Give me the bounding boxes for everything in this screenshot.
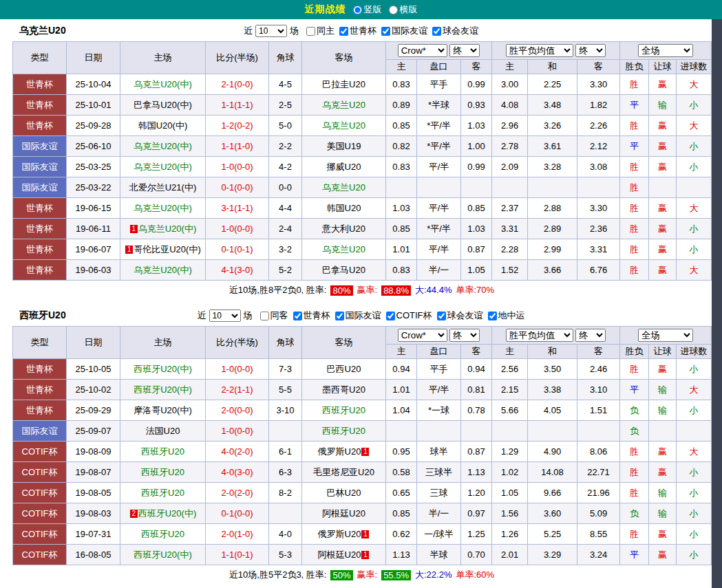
home-team-link[interactable]: 乌克兰U20(中) [134, 203, 192, 213]
match-row: COTIF杯19-08-032西班牙U20(中)0-1(0-0)阿根廷U200.… [13, 503, 712, 524]
home-team-link[interactable]: 哥伦比亚U20(中) [134, 244, 201, 254]
home-team: 1乌克兰U20(中) [120, 219, 206, 239]
avg-home: 1.02 [492, 462, 528, 483]
home-team-link[interactable]: 西班牙U20 [141, 529, 184, 539]
filter-checkbox[interactable] [339, 27, 348, 36]
filter-世青杯[interactable]: 世青杯 [335, 25, 376, 37]
filter-国际友谊[interactable]: 国际友谊 [330, 309, 381, 322]
landscape-radio-label[interactable]: 横版 [389, 3, 418, 16]
away-team-link[interactable]: 西班牙U20 [322, 426, 365, 436]
filter-同主[interactable]: 同主 [301, 25, 335, 37]
odds-handicap: *平/半 [417, 136, 461, 157]
odds-time-select[interactable]: 终 [449, 329, 480, 342]
scope-group-header: 全场 [620, 42, 712, 60]
away-team-link[interactable]: 毛里塔尼亚U20 [313, 467, 374, 477]
away-team-link[interactable]: 巴西U20 [327, 364, 361, 374]
match-row: 国际友谊25-03-25乌克兰U20(中)1-0(0-0)4-2挪威U200.8… [13, 157, 712, 177]
home-team-link[interactable]: 西班牙U20 [141, 446, 184, 457]
odds-company-select[interactable]: Crow* [398, 329, 447, 342]
away-team-link[interactable]: 阿根廷U20 [318, 549, 361, 560]
col-avg-home: 主 [492, 345, 528, 359]
filter-checkbox[interactable] [381, 27, 390, 36]
avg-home [492, 421, 528, 442]
filter-checkbox[interactable] [293, 312, 302, 320]
scrollbar[interactable] [712, 19, 722, 588]
home-team-link[interactable]: 西班牙U20(中) [138, 508, 197, 519]
home-team-link[interactable]: 西班牙U20 [141, 488, 184, 498]
filter-世青杯[interactable]: 世青杯 [288, 309, 330, 322]
away-team-link[interactable]: 乌克兰U20 [322, 244, 365, 254]
odds-away: 0.94 [461, 359, 492, 380]
filter-国际友谊[interactable]: 国际友谊 [376, 25, 427, 37]
wdl-time-select[interactable]: 终 [575, 329, 606, 342]
filter-checkbox[interactable] [437, 312, 446, 320]
home-team-link[interactable]: 乌克兰U20(中) [134, 141, 192, 151]
away-team-link[interactable]: 巴拿马U20 [322, 265, 365, 275]
away-team-link[interactable]: 西班牙U20 [322, 405, 365, 415]
home-team-link[interactable]: 乌克兰U20(中) [134, 79, 192, 89]
home-team-link[interactable]: 韩国U20(中) [138, 120, 188, 131]
odds-time-select[interactable]: 终 [449, 44, 480, 57]
col-away: 客场 [302, 42, 386, 74]
result: 胜 [620, 239, 649, 260]
avg-draw [528, 421, 577, 442]
home-team-link[interactable]: 西班牙U20(中) [134, 384, 192, 395]
match-row: 世青杯25-10-02西班牙U20(中)2-2(1-1)5-5墨西哥U201.0… [13, 380, 712, 400]
home-team-link[interactable]: 西班牙U20(中) [134, 549, 192, 560]
away-team-link[interactable]: 乌克兰U20 [322, 100, 365, 110]
landscape-radio[interactable] [389, 6, 398, 14]
scope-select[interactable]: 全场 [638, 329, 693, 342]
handicap-result: 赢 [649, 442, 677, 462]
filter-同客[interactable]: 同客 [255, 309, 288, 322]
away-team-link[interactable]: 巴林U20 [327, 488, 361, 498]
filter-checkbox[interactable] [335, 312, 344, 320]
portrait-radio[interactable] [353, 6, 362, 14]
filter-球会友谊[interactable]: 球会友谊 [427, 25, 478, 37]
odds-handicap: *一球 [417, 400, 461, 421]
match-type: COTIF杯 [13, 483, 67, 503]
filter-COTIF杯[interactable]: COTIF杯 [381, 309, 432, 322]
filter-地中运[interactable]: 地中运 [483, 309, 525, 322]
wdl-average-select[interactable]: 胜平负均值 [506, 44, 573, 57]
recent-count-select[interactable]: 10 [209, 309, 241, 322]
filter-checkbox[interactable] [260, 312, 269, 320]
odds-home: 1.01 [386, 380, 417, 400]
away-team-link[interactable]: 乌克兰U20 [322, 182, 365, 193]
away-team-link[interactable]: 美国U19 [327, 141, 361, 151]
away-team-link[interactable]: 巴拉圭U20 [322, 79, 365, 89]
home-team-link[interactable]: 乌克兰U20(中) [134, 162, 192, 172]
away-team-link[interactable]: 俄罗斯U20 [318, 529, 361, 539]
home-team-link[interactable]: 乌克兰U20(中) [138, 224, 197, 234]
home-team-link[interactable]: 西班牙U20 [141, 467, 184, 477]
filter-球会友谊[interactable]: 球会友谊 [432, 309, 483, 322]
away-team-link[interactable]: 乌克兰U20 [322, 120, 365, 131]
score: 2-0(0-0) [206, 400, 269, 421]
away-team-link[interactable]: 俄罗斯U20 [318, 446, 361, 457]
filter-checkbox[interactable] [432, 27, 441, 36]
wdl-time-select[interactable]: 终 [575, 44, 606, 57]
away-team-link[interactable]: 韩国U20 [327, 203, 361, 213]
away-team-link[interactable]: 阿根廷U20 [322, 508, 365, 519]
wdl-average-select[interactable]: 胜平负均值 [506, 329, 573, 342]
match-type: 世青杯 [13, 359, 67, 380]
portrait-radio-label[interactable]: 竖版 [353, 3, 382, 16]
filter-checkbox[interactable] [488, 312, 497, 320]
home-team-link[interactable]: 西班牙U20(中) [134, 364, 192, 374]
away-team-link[interactable]: 墨西哥U20 [322, 384, 365, 395]
scope-select[interactable]: 全场 [638, 44, 693, 57]
home-team-link[interactable]: 巴拿马U20(中) [134, 100, 192, 110]
home-team-link[interactable]: 摩洛哥U20(中) [134, 405, 192, 415]
away-team-link[interactable]: 挪威U20 [327, 162, 361, 172]
corners: 5-3 [269, 545, 302, 565]
corners: 0-0 [269, 177, 302, 198]
recent-count-select[interactable]: 10 [255, 25, 287, 37]
filter-checkbox[interactable] [306, 27, 315, 36]
avg-home: 1.56 [492, 503, 528, 524]
home-team-link[interactable]: 法国U20 [146, 426, 180, 436]
home-team-link[interactable]: 北爱尔兰U21(中) [129, 182, 197, 193]
summary-segment: 赢率: [357, 284, 378, 296]
odds-company-select[interactable]: Crow* [398, 44, 447, 57]
filter-checkbox[interactable] [386, 312, 395, 320]
home-team-link[interactable]: 乌克兰U20(中) [134, 265, 192, 275]
away-team-link[interactable]: 意大利U20 [322, 224, 365, 234]
